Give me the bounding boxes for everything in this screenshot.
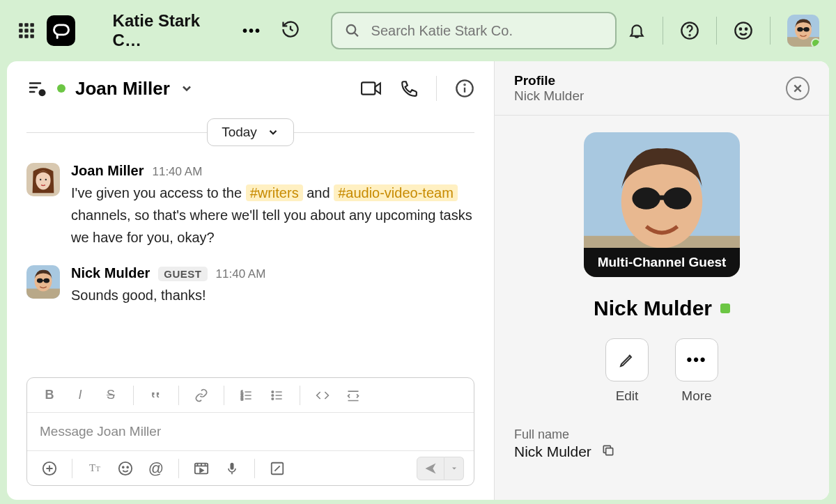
italic-icon[interactable]: I	[68, 383, 93, 408]
mention-icon[interactable]: @	[144, 456, 169, 481]
more-label: More	[681, 388, 711, 404]
svg-rect-19	[54, 25, 68, 35]
code-block-icon[interactable]	[341, 383, 366, 408]
quote-icon[interactable]	[144, 383, 169, 408]
date-label: Today	[222, 125, 257, 140]
full-name-value: Nick Mulder	[514, 443, 591, 460]
link-icon[interactable]	[189, 383, 214, 408]
workspace-name[interactable]: Katie Stark C…	[113, 11, 223, 50]
svg-rect-17	[24, 34, 28, 38]
guest-badge: GUEST	[158, 267, 207, 281]
profile-avatar[interactable]: Multi-Channel Guest	[584, 132, 740, 277]
svg-point-29	[464, 84, 465, 85]
info-icon[interactable]	[455, 79, 474, 98]
svg-rect-12	[30, 23, 33, 26]
more-actions-button[interactable]: •••	[675, 338, 718, 381]
app-logo[interactable]	[47, 15, 75, 46]
emoji-icon[interactable]	[734, 21, 753, 40]
mic-icon[interactable]	[219, 456, 245, 481]
message-body: I've given you access to the #writers an…	[71, 182, 474, 249]
svg-point-23	[735, 22, 751, 38]
apps-grid-icon[interactable]	[17, 20, 36, 41]
avatar[interactable]	[26, 265, 60, 299]
video-call-icon[interactable]	[361, 80, 382, 97]
svg-point-26	[39, 89, 46, 96]
search-input[interactable]	[371, 23, 603, 39]
chat-message: Joan Miller 11:40 AM I've given you acce…	[26, 163, 474, 249]
svg-rect-14	[24, 29, 28, 32]
peer-presence-dot	[57, 84, 65, 93]
chevron-down-icon[interactable]	[180, 81, 194, 95]
presence-indicator	[811, 38, 819, 47]
channel-tag[interactable]: #audio-video-team	[334, 184, 458, 201]
strike-icon[interactable]: S	[98, 383, 123, 408]
svg-point-39	[127, 466, 128, 468]
profile-name: Nick Mulder	[594, 297, 712, 320]
svg-rect-16	[19, 34, 22, 38]
svg-point-34	[272, 394, 274, 396]
svg-rect-41	[231, 462, 234, 469]
current-user-avatar[interactable]	[787, 15, 819, 47]
filter-list-icon[interactable]	[26, 78, 47, 99]
channel-tag[interactable]: #writers	[246, 184, 303, 201]
svg-rect-11	[24, 23, 28, 26]
profile-header-title: Profile	[514, 73, 584, 88]
svg-point-24	[740, 29, 741, 30]
svg-point-35	[272, 397, 274, 400]
close-icon[interactable]	[786, 77, 810, 100]
shortcut-icon[interactable]	[265, 456, 290, 481]
phone-call-icon[interactable]	[400, 79, 418, 97]
guest-type-banner: Multi-Channel Guest	[584, 248, 740, 277]
svg-rect-15	[30, 29, 33, 32]
profile-header-subtitle: Nick Mulder	[514, 88, 584, 104]
message-time: 11:40 AM	[152, 165, 202, 179]
chat-message: Nick Mulder GUEST 11:40 AM Sounds good, …	[26, 265, 474, 306]
avatar[interactable]	[26, 163, 60, 196]
svg-point-22	[689, 35, 690, 36]
search-icon	[345, 22, 360, 39]
message-body: Sounds good, thanks!	[71, 284, 265, 306]
chevron-down-icon	[267, 126, 279, 139]
history-icon[interactable]	[281, 19, 300, 42]
presence-indicator	[720, 304, 730, 313]
svg-point-33	[272, 391, 274, 393]
text-format-icon[interactable]: TT	[82, 456, 107, 481]
bell-icon[interactable]	[628, 22, 646, 40]
svg-point-37	[119, 462, 132, 474]
send-button[interactable]	[417, 457, 444, 480]
date-separator[interactable]: Today	[207, 118, 294, 146]
svg-point-38	[123, 466, 124, 468]
help-icon[interactable]	[680, 21, 699, 40]
ordered-list-icon[interactable]: 123	[234, 383, 259, 408]
edit-label: Edit	[616, 388, 639, 404]
composer-input[interactable]: Message Joan Miller	[27, 413, 474, 450]
send-options-button[interactable]	[444, 457, 464, 480]
workspace-more-icon[interactable]: •••	[242, 23, 261, 39]
svg-rect-27	[362, 82, 375, 94]
search-box[interactable]	[331, 12, 617, 49]
svg-rect-13	[19, 29, 22, 32]
video-clip-icon[interactable]	[189, 456, 214, 481]
bullet-list-icon[interactable]	[265, 383, 290, 408]
bold-icon[interactable]: B	[37, 383, 62, 408]
message-time: 11:40 AM	[216, 267, 266, 281]
svg-point-20	[347, 25, 356, 34]
full-name-label: Full name	[514, 427, 810, 442]
edit-profile-button[interactable]	[605, 338, 649, 381]
svg-rect-10	[19, 23, 22, 26]
message-composer: B I S 123 Message Joan Miller TT	[26, 377, 474, 486]
message-author[interactable]: Joan Miller	[71, 163, 144, 179]
peer-name[interactable]: Joan Miller	[75, 78, 170, 100]
code-icon[interactable]	[310, 383, 335, 408]
add-attachment-icon[interactable]	[37, 456, 62, 481]
message-author[interactable]: Nick Mulder	[71, 265, 150, 281]
svg-text:3: 3	[241, 396, 243, 400]
svg-rect-43	[606, 448, 613, 455]
copy-icon[interactable]	[601, 443, 615, 460]
svg-rect-18	[30, 34, 33, 38]
emoji-picker-icon[interactable]	[113, 456, 138, 481]
svg-point-25	[745, 29, 747, 30]
